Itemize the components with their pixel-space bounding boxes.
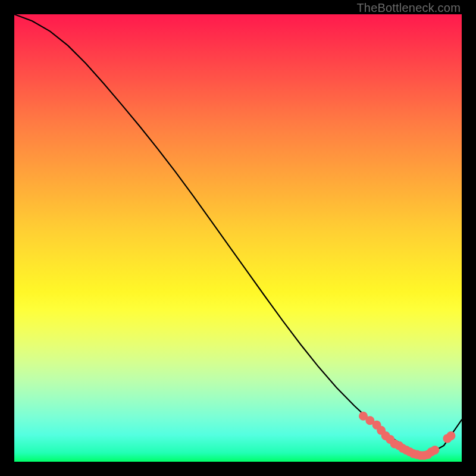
recommended-range-markers [359,412,455,460]
bottleneck-curve [14,14,462,455]
chart-svg [14,14,462,462]
marker-dot [446,431,455,440]
watermark-text: TheBottleneck.com [356,1,461,15]
marker-dot [430,446,439,455]
